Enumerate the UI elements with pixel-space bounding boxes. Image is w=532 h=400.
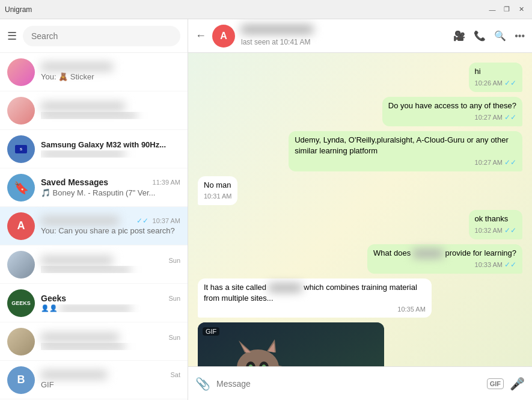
attach-button[interactable]: 📎 — [195, 377, 210, 391]
header-name — [241, 25, 313, 34]
message-time: 10:33 AM — [475, 260, 503, 269]
read-receipt: ✓✓ — [504, 158, 516, 168]
message-bubble: No man 10:31 AM — [198, 176, 237, 205]
list-item[interactable]: B Sat GIF — [0, 361, 188, 399]
message-bubble: It has a site called which combines trai… — [198, 278, 432, 318]
titlebar: Unigram — ❐ ✕ — [0, 0, 532, 19]
message-time: 10:31 AM — [204, 192, 231, 201]
header-info: last seen at 10:41 AM — [241, 25, 447, 46]
avatar: S — [7, 135, 35, 163]
chat-name — [41, 102, 125, 111]
message-bubble: Udemy, Lynda, O'Reilly,pluralsight, A-Cl… — [289, 131, 522, 171]
chat-time: Sun — [168, 295, 180, 302]
list-item[interactable]: Sun — [0, 245, 188, 284]
message-bubble: Do you have access to any of these? 10:2… — [382, 97, 522, 126]
chat-name: Saved Messages — [41, 177, 108, 187]
chat-time: Sun — [168, 334, 180, 341]
chat-content: Geeks Sun 👤👤 — [41, 294, 180, 312]
gif-button[interactable]: GIF — [487, 378, 504, 389]
menu-button[interactable]: ☰ — [7, 29, 17, 43]
message-bubble: hi 10:26 AM ✓✓ — [469, 63, 522, 92]
phone-icon[interactable]: 📞 — [474, 30, 486, 42]
message: No man 10:31 AM — [198, 176, 522, 205]
message-bubble: What does provide for learning? 10:33 AM… — [367, 244, 522, 274]
restore-button[interactable]: ❐ — [501, 4, 513, 16]
message-time: 10:32 AM — [475, 226, 503, 235]
read-receipt: ✓✓ — [504, 226, 516, 236]
chat-preview: 🎵 Boney M. - Rasputin (7" Ver... — [41, 188, 180, 197]
avatar — [7, 97, 35, 125]
chat-name: Geeks — [41, 294, 66, 303]
chat-name: Samsung Galaxy M32 with 90Hz... — [41, 140, 166, 149]
list-item[interactable]: GEEKS Geeks Sun 👤👤 — [0, 284, 188, 322]
header-actions: 🎥 📞 🔍 ••• — [453, 30, 525, 42]
message-time: 10:35 AM — [397, 305, 425, 314]
app-title: Unigram — [5, 5, 32, 14]
message-text: hi — [475, 67, 481, 76]
chat-content: Sun — [41, 333, 180, 350]
back-button[interactable]: ← — [195, 29, 206, 42]
message: ok thanks 10:32 AM ✓✓ — [198, 210, 522, 239]
search-input[interactable] — [23, 26, 180, 46]
chat-list: You: 🧸 Sticker S — [0, 53, 188, 400]
message-time: 10:26 AM — [475, 79, 503, 88]
gif-placeholder — [198, 322, 384, 366]
avatar: A — [7, 212, 35, 240]
minimize-button[interactable]: — — [486, 4, 498, 16]
list-item[interactable]: Sun — [0, 322, 188, 361]
chat-time: 11:39 AM — [153, 179, 180, 186]
list-item[interactable]: S Samsung Galaxy M32 with 90Hz... — [0, 130, 188, 168]
list-item[interactable]: 🔖 Saved Messages 11:39 AM 🎵 Boney M. - R… — [0, 168, 188, 207]
chat-content: Sun — [41, 256, 180, 273]
avatar — [7, 328, 35, 355]
message-text: No man — [204, 180, 231, 189]
video-call-icon[interactable]: 🎥 — [453, 30, 465, 42]
avatar — [7, 251, 35, 278]
list-item[interactable]: A ✓✓ 10:37 AM You: Can you share a pic p… — [0, 207, 188, 245]
chat-preview: You: Can you share a pic post search? — [41, 226, 180, 235]
chat-name — [41, 333, 119, 342]
mic-button[interactable]: 🎤 — [510, 377, 525, 391]
message-text: Do you have access to any of these? — [388, 101, 516, 110]
read-receipt: ✓✓ — [504, 78, 516, 88]
message: It has a site called which combines trai… — [198, 278, 522, 318]
sidebar-header: ☰ — [0, 19, 188, 53]
read-receipt: ✓✓ — [504, 112, 516, 123]
chat-time: Sun — [168, 257, 180, 264]
chat-preview: You: 🧸 Sticker — [41, 72, 180, 81]
message: GIF 10:35 AM ✓✓ — [198, 322, 522, 366]
search-icon[interactable]: 🔍 — [494, 30, 506, 42]
chat-content: You: 🧸 Sticker — [41, 63, 180, 81]
main-layout: ☰ You: 🧸 Sticker — [0, 19, 532, 400]
chat-header: ← A last seen at 10:41 AM 🎥 📞 🔍 ••• — [188, 19, 532, 53]
window-controls: — ❐ ✕ — [486, 4, 527, 16]
avatar: GEEKS — [7, 289, 35, 317]
header-avatar: A — [212, 25, 235, 48]
message-time: 10:27 AM — [475, 158, 503, 167]
more-icon[interactable]: ••• — [515, 31, 525, 42]
message: What does provide for learning? 10:33 AM… — [198, 244, 522, 274]
message-text: It has a site called which combines trai… — [204, 283, 417, 303]
chat-content: ✓✓ 10:37 AM You: Can you share a pic pos… — [41, 217, 180, 235]
messages-area: hi 10:26 AM ✓✓ Do you have access to any… — [188, 53, 532, 366]
message-time: 10:27 AM — [475, 113, 503, 122]
gif-message[interactable]: GIF 10:35 AM ✓✓ — [198, 322, 384, 366]
message-input[interactable] — [216, 379, 481, 389]
message: Do you have access to any of these? 10:2… — [198, 97, 522, 126]
avatar: B — [7, 366, 35, 394]
list-item[interactable]: You: 🧸 Sticker — [0, 53, 188, 91]
chat-content: Sat GIF — [41, 371, 180, 389]
message-bubble: ok thanks 10:32 AM ✓✓ — [469, 210, 522, 239]
svg-rect-0 — [198, 322, 384, 366]
message: Udemy, Lynda, O'Reilly,pluralsight, A-Cl… — [198, 131, 522, 171]
chat-time: Sat — [170, 371, 180, 378]
chat-content: Saved Messages 11:39 AM 🎵 Boney M. - Ras… — [41, 177, 180, 197]
samsung-icon: S — [15, 145, 27, 153]
chat-preview: GIF — [41, 380, 180, 389]
close-button[interactable]: ✕ — [515, 4, 527, 16]
message-text: ok thanks — [475, 214, 509, 223]
gif-label: GIF — [203, 327, 219, 336]
list-item[interactable] — [0, 91, 188, 130]
chat-name — [41, 63, 113, 71]
chat-name — [41, 256, 113, 265]
